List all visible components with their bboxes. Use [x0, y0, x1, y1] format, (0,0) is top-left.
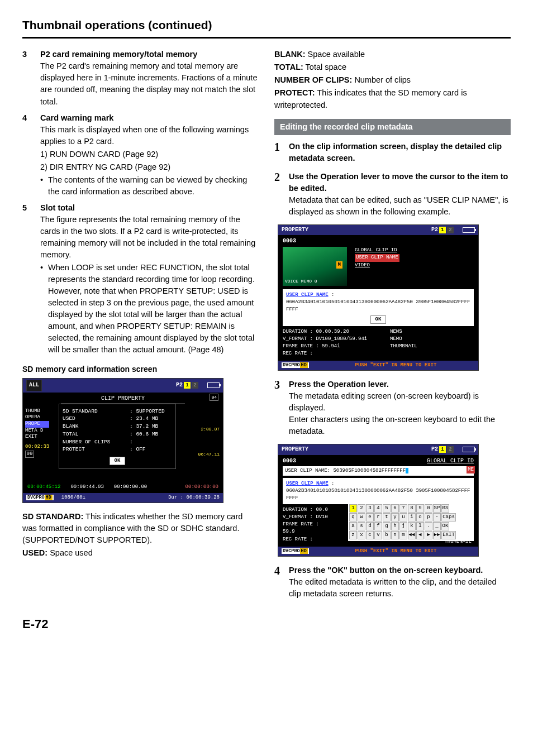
keyboard-key[interactable]: s: [358, 522, 365, 530]
item-bullet: When LOOP is set under REC FUNCTION, the…: [40, 262, 259, 356]
dvcpro-badge: DVCPROHD: [282, 548, 309, 554]
def-total: TOTAL: Total space: [274, 61, 511, 73]
keyboard-key[interactable]: 6: [391, 504, 399, 513]
keyboard-key[interactable]: 9: [416, 504, 424, 513]
left-column: 3 P2 card remaining memory/total memory …: [22, 49, 259, 606]
keyboard-key[interactable]: 4: [374, 504, 382, 513]
meta-link[interactable]: NEWS: [390, 328, 474, 336]
keyboard-key[interactable]: Caps: [441, 513, 456, 521]
meta-line: FRAME RATE : 59.94i: [283, 343, 383, 350]
link-user-clip-name[interactable]: USER CLIP NAME: [355, 254, 399, 262]
keyboard-key[interactable]: l: [416, 522, 424, 530]
meta-link[interactable]: MEMO: [390, 336, 474, 343]
ok-button[interactable]: OK: [110, 457, 126, 465]
keyboard-key[interactable]: r: [374, 513, 382, 521]
ok-button[interactable]: OK: [370, 315, 387, 324]
keyboard-key[interactable]: b: [383, 531, 391, 539]
link-global-clip-id[interactable]: GLOBAL CLIP ID: [355, 247, 399, 255]
link-global-clip-id[interactable]: GLOBAL CLIP ID: [427, 457, 474, 466]
item-subline: 1) RUN DOWN CARD (Page 92): [40, 149, 259, 160]
keyboard-key[interactable]: 2: [358, 504, 365, 513]
side-menu: THUMB OPERA PROPE META D EXIT 00:02:33 0…: [25, 408, 49, 458]
keyboard-key[interactable]: p: [425, 513, 432, 521]
keyboard-key[interactable]: v: [374, 531, 382, 539]
keyboard-key[interactable]: k: [408, 522, 416, 530]
keyboard-key[interactable]: i: [408, 513, 416, 521]
keyboard-key[interactable]: w: [358, 513, 365, 521]
keyboard-key[interactable]: a: [349, 522, 357, 530]
bottom-time: 00:00:00.00: [114, 484, 147, 491]
item-text: The figure represents the total remainin…: [40, 214, 259, 261]
keyboard-key[interactable]: x: [358, 531, 365, 539]
keyboard-key[interactable]: e: [366, 513, 374, 521]
prop-val: : 60.6 MB: [130, 430, 172, 438]
footer-dur: Dur : 00:00:39.28: [168, 494, 220, 501]
meta-line: REC RATE :: [283, 536, 332, 543]
battery-icon: [463, 447, 475, 452]
meta-line: REC RATE :: [283, 350, 383, 357]
side-time: 00:02:33: [25, 444, 49, 451]
meta-line: DURATION : 00.00.39.20: [283, 328, 383, 336]
meta-link[interactable]: THUMBNAIL: [390, 343, 474, 350]
step-number: 3: [274, 379, 289, 437]
push-exit-label: PUSH "EXIT" IN MENU TO EXIT: [317, 362, 475, 369]
step-number: 1: [274, 141, 289, 164]
property-screen: PROPERTY P2 1 2 0003 M VOICE MEMO 0 G: [278, 224, 479, 371]
edit-field[interactable]: USER CLIP NAME: 503905F100804582FFFFFFFF: [283, 466, 474, 476]
keyboard-key[interactable]: OK: [441, 522, 449, 530]
keyboard-key[interactable]: 7: [399, 504, 407, 513]
keyboard-key[interactable]: n: [391, 531, 399, 539]
keyboard-key[interactable]: SP: [433, 504, 441, 513]
keyboard-key[interactable]: 1: [349, 504, 357, 513]
keyboard-key[interactable]: .: [425, 522, 432, 530]
dvcpro-badge: DVCPROHD: [282, 362, 309, 368]
keyboard-key[interactable]: 5: [383, 504, 391, 513]
prop-val: : 23.4 MB: [130, 415, 172, 423]
keyboard-key[interactable]: BS: [441, 504, 449, 513]
prop-key: USED: [63, 415, 130, 423]
keyboard-key[interactable]: d: [366, 522, 374, 530]
item-heading: P2 card remaining memory/total memory: [40, 49, 259, 60]
keyboard-key[interactable]: f: [374, 522, 382, 530]
item-heading: Card warning mark: [40, 112, 259, 124]
keyboard-key[interactable]: z: [349, 531, 357, 539]
thumb-time: 2:08.07: [188, 426, 220, 433]
step-number: 2: [274, 171, 289, 218]
keyboard-key[interactable]: 0: [425, 504, 432, 513]
thumb-time: 06:47.11: [188, 451, 220, 458]
keyboard-key[interactable]: 8: [408, 504, 416, 513]
item-text: The P2 card's remaining memory and total…: [40, 60, 259, 107]
clip-property-title: CLIP PROPERTY: [101, 395, 145, 401]
keyboard-key[interactable]: ►►: [433, 531, 441, 539]
section-heading: Editing the recorded clip metadata: [274, 119, 511, 135]
step-heading: Press the "OK" button on the on-screen k…: [289, 564, 511, 576]
p2-label: P2: [431, 226, 438, 235]
keyboard-key[interactable]: t: [383, 513, 391, 521]
keyboard-key[interactable]: j: [399, 522, 407, 530]
keyboard-key[interactable]: g: [383, 522, 391, 530]
keyboard-key[interactable]: ►: [425, 531, 432, 539]
keyboard-key[interactable]: y: [391, 513, 399, 521]
keyboard-key[interactable]: q: [349, 513, 357, 521]
prop-key: SD STANDARD: [63, 408, 130, 415]
keyboard-key[interactable]: ◄: [416, 531, 424, 539]
corner-badge: 04: [210, 394, 218, 401]
item-subline: 2) DIR ENTRY NG CARD (Page 92): [40, 161, 259, 173]
keyboard-key[interactable]: -: [433, 513, 441, 521]
keyboard-key[interactable]: u: [399, 513, 407, 521]
keyboard-key[interactable]: o: [416, 513, 424, 521]
keyboard-key[interactable]: c: [366, 531, 374, 539]
onscreen-keyboard[interactable]: 1234567890SPBS qwertyuiop-Caps asdfghjkl…: [348, 503, 474, 541]
prop-key: BLANK: [63, 423, 130, 430]
clip-number: 0003: [283, 237, 474, 246]
keyboard-key[interactable]: h: [391, 522, 399, 530]
dvcpro-badge: DVCPROHD: [26, 495, 54, 500]
keyboard-key[interactable]: 3: [366, 504, 374, 513]
link-video[interactable]: VIDEO: [355, 262, 399, 270]
step-heading: Press the Operation lever.: [289, 379, 511, 390]
slot-1: 1: [184, 382, 191, 389]
keyboard-key[interactable]: ◄◄: [408, 531, 416, 539]
prop-val: : OFF: [130, 446, 172, 453]
keyboard-key[interactable]: _: [433, 522, 441, 530]
keyboard-key[interactable]: m: [399, 531, 407, 539]
